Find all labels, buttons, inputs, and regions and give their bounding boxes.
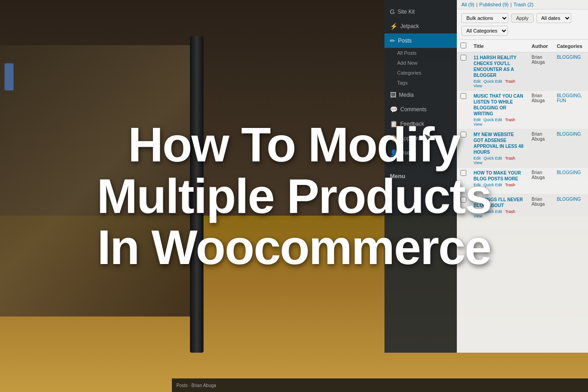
post-author: Brian Abuga bbox=[528, 168, 553, 194]
sidebar-item-posts[interactable]: ✏ Posts bbox=[384, 33, 457, 48]
sidebar-item-label: Comments bbox=[400, 106, 427, 113]
action-view[interactable]: View bbox=[474, 187, 482, 192]
post-actions: Edit Quick Edit Trash View bbox=[474, 156, 524, 165]
filter-separator2: | bbox=[510, 2, 512, 7]
action-quickedit[interactable]: Quick Edit bbox=[484, 118, 502, 122]
row-checkbox[interactable] bbox=[460, 55, 466, 61]
sitekit-icon: G bbox=[390, 8, 395, 15]
action-trash[interactable]: Trash bbox=[505, 118, 515, 122]
row-checkbox[interactable] bbox=[460, 132, 466, 137]
blue-accent bbox=[5, 63, 14, 90]
post-title[interactable]: MY NEW WEBSITE GOT ADSENSE APPROVAL IN L… bbox=[474, 132, 524, 155]
post-author: Brian Abuga bbox=[528, 194, 553, 221]
sidebar-sub-tags[interactable]: Tags bbox=[384, 78, 457, 88]
filter-trash[interactable]: Trash (2) bbox=[513, 2, 533, 7]
filter-separator: | bbox=[476, 2, 478, 7]
action-edit[interactable]: Edit bbox=[474, 156, 481, 161]
menu-label: Menu bbox=[390, 173, 405, 179]
table-row: HOW TO MAKE YOUR BLOG POSTS MORE Edit Qu… bbox=[457, 168, 588, 194]
action-edit[interactable]: Edit bbox=[474, 118, 481, 122]
action-view[interactable]: View bbox=[474, 214, 482, 218]
posts-table: Title Author Categories 11 HARSH REALITY… bbox=[457, 40, 588, 221]
post-category[interactable]: BLOGGING, FUN bbox=[557, 93, 582, 103]
col-categories: Categories bbox=[553, 40, 588, 52]
comments-icon: 💬 bbox=[390, 106, 398, 113]
post-actions: Edit Quick Edit Trash View bbox=[474, 209, 524, 218]
post-author: Brian Abuga bbox=[528, 129, 553, 168]
action-trash[interactable]: Trash bbox=[505, 79, 515, 84]
col-author: Author bbox=[528, 40, 553, 52]
sidebar-item-label: Posts bbox=[398, 38, 412, 44]
action-quickedit[interactable]: Quick Edit bbox=[484, 183, 502, 187]
action-trash[interactable]: Trash bbox=[505, 183, 515, 187]
sidebar-item-menu[interactable]: Menu bbox=[384, 169, 457, 183]
action-view[interactable]: View bbox=[474, 122, 482, 127]
bulk-actions-select[interactable]: Bulk actions Edit Move to Trash bbox=[461, 13, 508, 23]
action-trash[interactable]: Trash bbox=[505, 209, 515, 214]
post-author: Brian Abuga bbox=[528, 91, 553, 129]
action-quickedit[interactable]: Quick Edit bbox=[484, 79, 502, 84]
action-edit[interactable]: Edit bbox=[474, 209, 481, 214]
sidebar-sub-categories[interactable]: Categories bbox=[384, 68, 457, 78]
dates-select[interactable]: All dates bbox=[536, 13, 571, 23]
table-row: MY NEW WEBSITE GOT ADSENSE APPROVAL IN L… bbox=[457, 129, 588, 168]
action-edit[interactable]: Edit bbox=[474, 79, 481, 84]
table-row: 11 HARSH REALITY CHECKS YOU'LL ENCOUNTER… bbox=[457, 52, 588, 91]
categories-select[interactable]: All Categories bbox=[461, 26, 508, 36]
sidebar-sub-allposts[interactable]: All Posts bbox=[384, 48, 457, 58]
row-checkbox[interactable] bbox=[460, 93, 466, 99]
table-row: 10 THINGS I'LL NEVER BLOG ABOUT Edit Qui… bbox=[457, 194, 588, 221]
action-view[interactable]: View bbox=[474, 161, 482, 165]
sidebar-item-label: Jetpack bbox=[400, 23, 419, 29]
select-all-checkbox[interactable] bbox=[460, 43, 466, 48]
row-checkbox[interactable] bbox=[460, 170, 466, 176]
sidebar-item-label: Site Kit bbox=[398, 9, 415, 15]
post-title[interactable]: HOW TO MAKE YOUR BLOG POSTS MORE bbox=[474, 170, 524, 182]
sidebar-item-feedback[interactable]: 📋 Feedback bbox=[384, 117, 457, 131]
filter-all[interactable]: All (9) bbox=[461, 2, 474, 7]
post-title[interactable]: 11 HARSH REALITY CHECKS YOU'LL ENCOUNTER… bbox=[474, 55, 524, 78]
post-actions: Edit Quick Edit Trash View bbox=[474, 183, 524, 192]
sidebar-sub-addnew[interactable]: Add New bbox=[384, 58, 457, 68]
users-icon: 👤 bbox=[390, 149, 398, 156]
bottom-bar-text: Posts · Brian Abuga bbox=[176, 383, 216, 388]
table-row: MUSIC THAT YOU CAN LISTEN TO WHILE BLOGG… bbox=[457, 91, 588, 129]
col-title: Title bbox=[470, 40, 528, 52]
sidebar-item-sitekit[interactable]: G Site Kit bbox=[384, 5, 457, 19]
left-device bbox=[190, 36, 204, 353]
post-title[interactable]: 10 THINGS I'LL NEVER BLOG ABOUT bbox=[474, 197, 524, 208]
post-category[interactable]: BLOGGING bbox=[557, 170, 581, 175]
sidebar-item-appearance[interactable]: 🎨 Appearance bbox=[384, 131, 457, 146]
wp-toolbar: Bulk actions Edit Move to Trash Apply Al… bbox=[457, 9, 588, 40]
sidebar-item-label: Users bbox=[400, 150, 414, 156]
action-trash[interactable]: Trash bbox=[505, 156, 515, 161]
row-checkbox[interactable] bbox=[460, 197, 466, 203]
filter-bar: All (9) | Published (9) | Trash (2) bbox=[457, 0, 588, 9]
filter-published[interactable]: Published (9) bbox=[479, 2, 509, 7]
post-actions: Edit Quick Edit Trash View bbox=[474, 79, 524, 88]
blur-background-left bbox=[0, 45, 190, 316]
wp-admin-sidebar: G Site Kit ⚡ Jetpack ✏ Posts All Posts A… bbox=[384, 0, 457, 353]
appearance-icon: 🎨 bbox=[390, 135, 398, 142]
sidebar-item-jetpack[interactable]: ⚡ Jetpack bbox=[384, 19, 457, 33]
action-edit[interactable]: Edit bbox=[474, 183, 481, 187]
wp-admin-content: All (9) | Published (9) | Trash (2) Bulk… bbox=[457, 0, 588, 353]
apply-button[interactable]: Apply bbox=[511, 14, 534, 23]
sidebar-item-comments[interactable]: 💬 Comments bbox=[384, 102, 457, 117]
bottom-bar: Posts · Brian Abuga bbox=[172, 378, 588, 392]
post-category[interactable]: BLOGGING bbox=[557, 55, 581, 60]
action-quickedit[interactable]: Quick Edit bbox=[484, 209, 502, 214]
sidebar-item-users[interactable]: 👤 Users bbox=[384, 146, 457, 160]
action-view[interactable]: View bbox=[474, 84, 482, 88]
post-actions: Edit Quick Edit Trash View bbox=[474, 118, 524, 127]
jetpack-icon: ⚡ bbox=[390, 23, 398, 30]
post-author: Brian Abuga bbox=[528, 52, 553, 91]
post-category[interactable]: BLOGGING bbox=[557, 132, 581, 137]
sidebar-item-label: Feedback bbox=[400, 121, 424, 127]
sidebar-item-label: Media bbox=[399, 92, 414, 98]
sidebar-item-media[interactable]: 🖼 Media bbox=[384, 88, 457, 102]
post-title[interactable]: MUSIC THAT YOU CAN LISTEN TO WHILE BLOGG… bbox=[474, 93, 524, 117]
feedback-icon: 📋 bbox=[390, 120, 398, 128]
post-category[interactable]: BLOGGING bbox=[557, 197, 581, 202]
action-quickedit[interactable]: Quick Edit bbox=[484, 156, 502, 161]
